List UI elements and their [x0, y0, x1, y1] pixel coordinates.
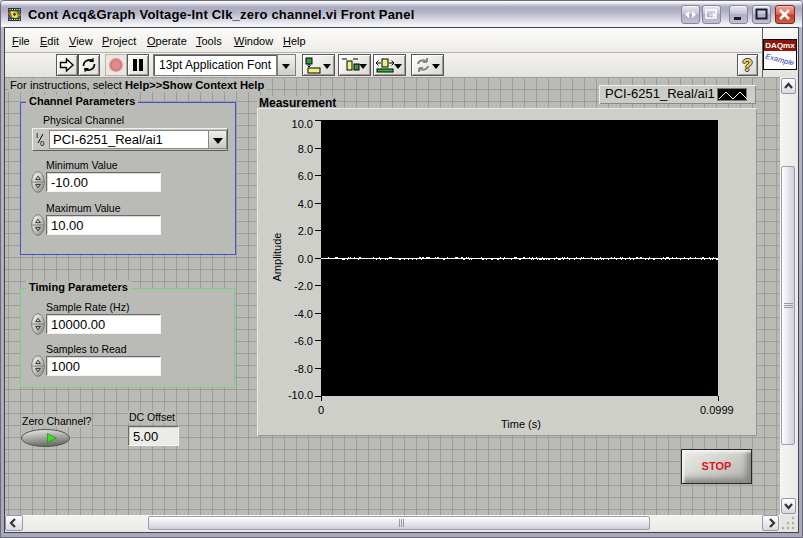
svg-text:I: I — [36, 131, 38, 140]
svg-text:Example: Example — [765, 52, 795, 68]
svg-text:0: 0 — [40, 139, 45, 148]
